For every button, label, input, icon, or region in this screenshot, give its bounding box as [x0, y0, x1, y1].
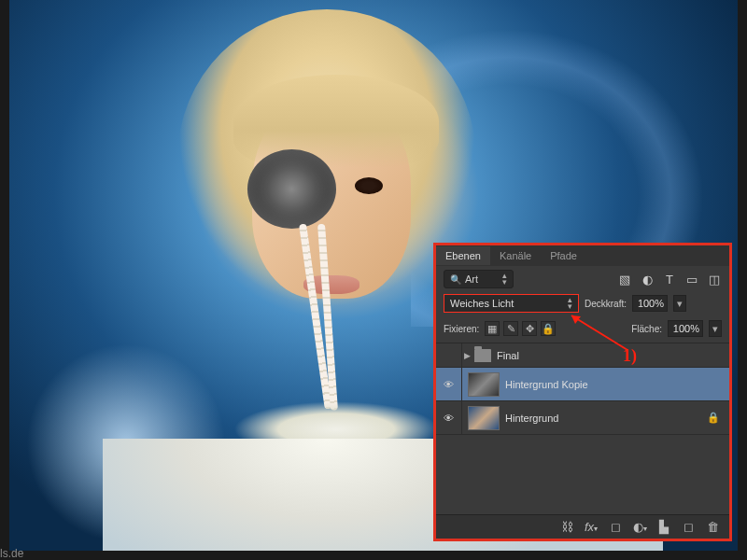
layer-thumbnail[interactable] [468, 372, 500, 397]
adjustment-layer-icon[interactable]: ◐▾ [632, 520, 647, 534]
filter-smart-icon[interactable]: ◫ [707, 272, 722, 287]
folder-icon [474, 349, 491, 362]
search-icon: 🔍 [450, 274, 461, 285]
opacity-label: Deckkraft: [585, 299, 627, 309]
layers-panel-footer: ⛓ fx▾ ◻ ◐▾ ▙ ◻ 🗑 [436, 514, 729, 539]
filter-type-label: Art [465, 273, 478, 285]
lock-transparency-icon[interactable]: ▦ [485, 321, 500, 336]
lock-pixels-icon[interactable]: ✎ [503, 321, 518, 336]
layer-thumbnail[interactable] [468, 406, 500, 430]
layers-panel: Ebenen Kanäle Pfade 🔍 Art ▴▾ ▧ ◐ T ▭ ◫ W… [433, 243, 732, 541]
annotation-arrow-icon [562, 311, 637, 357]
expand-arrow-icon[interactable]: ▶ [464, 351, 471, 360]
layer-style-icon[interactable]: fx▾ [584, 520, 599, 534]
visibility-toggle[interactable] [436, 343, 462, 367]
lock-icon: 🔒 [707, 412, 720, 424]
visibility-toggle[interactable]: 👁 [436, 401, 462, 434]
opacity-dropdown-button[interactable]: ▾ [673, 295, 686, 312]
filter-pixel-icon[interactable]: ▧ [617, 272, 632, 287]
layer-name-label: Final [497, 350, 519, 361]
layer-hintergrund-kopie[interactable]: 👁 Hintergrund Kopie [436, 368, 729, 401]
filter-adjustment-icon[interactable]: ◐ [640, 272, 655, 287]
lock-label: Fixieren: [444, 324, 479, 334]
new-group-icon[interactable]: ▙ [656, 520, 671, 534]
eye-icon: 👁 [444, 379, 454, 390]
svg-line-0 [571, 315, 627, 350]
watermark-text: ls.de [0, 547, 23, 560]
filter-type-icon[interactable]: T [662, 272, 677, 287]
link-layers-icon[interactable]: ⛓ [559, 520, 574, 534]
fill-dropdown-button[interactable]: ▾ [709, 320, 722, 337]
lock-position-icon[interactable]: ✥ [522, 321, 537, 336]
opacity-input[interactable]: 100% [632, 295, 668, 312]
layer-name-label: Hintergrund Kopie [505, 379, 588, 390]
tab-layers[interactable]: Ebenen [436, 246, 490, 265]
fill-input[interactable]: 100% [668, 320, 703, 337]
new-layer-icon[interactable]: ◻ [681, 520, 696, 534]
layer-hintergrund[interactable]: 👁 Hintergrund 🔒 [436, 401, 729, 435]
layer-mask-icon[interactable]: ◻ [608, 520, 623, 534]
visibility-toggle[interactable]: 👁 [436, 368, 462, 400]
tab-channels[interactable]: Kanäle [490, 246, 541, 265]
delete-layer-icon[interactable]: 🗑 [705, 520, 720, 534]
blend-mode-value: Weiches Licht [450, 298, 514, 309]
dropdown-arrows-icon: ▴▾ [502, 273, 507, 286]
blend-mode-select[interactable]: Weiches Licht ▴▾ [444, 294, 579, 313]
filter-shape-icon[interactable]: ▭ [684, 272, 699, 287]
tab-paths[interactable]: Pfade [541, 246, 586, 265]
lock-all-icon[interactable]: 🔒 [541, 321, 556, 336]
eye-icon: 👁 [444, 413, 454, 424]
dropdown-arrows-icon: ▴▾ [568, 297, 572, 310]
layer-name-label: Hintergrund [505, 413, 558, 424]
layer-filter-select[interactable]: 🔍 Art ▴▾ [444, 270, 514, 288]
panel-tabs: Ebenen Kanäle Pfade [436, 245, 729, 266]
